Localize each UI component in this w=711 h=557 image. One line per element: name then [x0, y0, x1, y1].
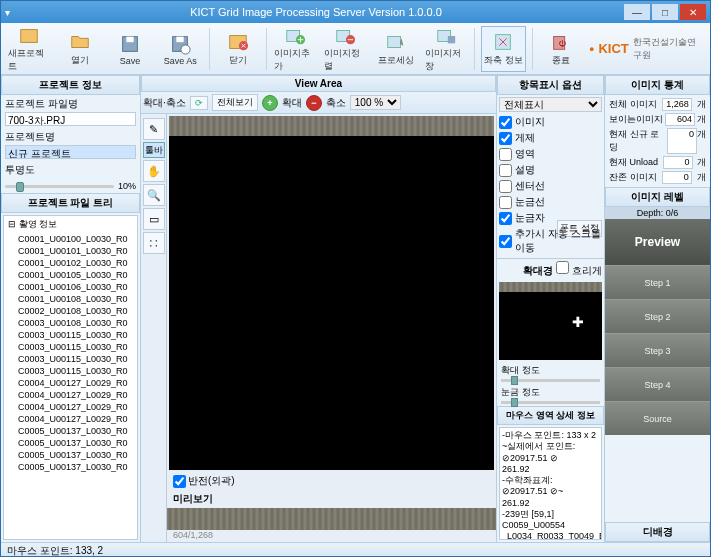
total-images-value: 1,268 — [662, 98, 692, 111]
save-button[interactable]: Save — [108, 26, 152, 72]
pen-tool[interactable]: ✎ — [143, 118, 165, 140]
tree-root[interactable]: ⊟ 촬영 정보 — [4, 216, 137, 233]
step-tile[interactable]: Step 1 — [605, 265, 710, 299]
zoom-in-button[interactable]: + — [262, 95, 278, 111]
svg-point-5 — [181, 44, 190, 53]
tree-item[interactable]: C0001_U00101_L0030_R0 — [4, 245, 137, 257]
tree-item[interactable]: C0003_U00115_L0030_R0 — [4, 353, 137, 365]
bracket-tool[interactable]: ⸬ — [143, 232, 165, 254]
zoom-out-button[interactable]: − — [306, 95, 322, 111]
processing-button[interactable]: 프로세싱 — [374, 26, 418, 72]
tree-item[interactable]: C0003_U00115_L0030_R0 — [4, 329, 137, 341]
project-name-label: 프로젝트명 — [5, 130, 136, 144]
tree-item[interactable]: C0001_U00105_L0030_R0 — [4, 269, 137, 281]
tree-item[interactable]: C0004_U00127_L0029_R0 — [4, 389, 137, 401]
fit-view-button[interactable]: 전체보기 — [212, 94, 258, 111]
main-viewport[interactable] — [169, 136, 494, 470]
crack-info-button[interactable]: 좌축 정보 — [481, 26, 525, 72]
chk-ruler[interactable] — [499, 212, 512, 225]
chk-region[interactable] — [499, 148, 512, 161]
image-stats-header: 이미지 통계 — [605, 75, 710, 95]
tree-item[interactable]: C0005_U00137_L0030_R0 — [4, 449, 137, 461]
minimize-button[interactable]: — — [624, 4, 650, 20]
hand-tool[interactable]: ✋ — [143, 160, 165, 182]
tree-item[interactable]: C0005_U00137_L0030_R0 — [4, 461, 137, 473]
project-info-header: 프로젝트 정보 — [1, 75, 140, 95]
step-tile[interactable]: Step 2 — [605, 299, 710, 333]
image-level-header: 이미지 레벨 — [605, 187, 710, 207]
crosshair-icon: ✚ — [572, 314, 584, 330]
newload-value: 0 — [667, 128, 697, 154]
ruler-tool[interactable]: ▭ — [143, 208, 165, 230]
svg-rect-4 — [177, 36, 184, 42]
display-options-header: 항목표시 옵션 — [497, 75, 604, 95]
chk-legend[interactable] — [499, 132, 512, 145]
opacity-label: 투명도 — [5, 163, 136, 177]
tree-item[interactable]: C0005_U00137_L0030_R0 — [4, 425, 137, 437]
sort-image-button[interactable]: 이미지정렬 — [323, 26, 367, 72]
invert-checkbox[interactable] — [173, 475, 186, 488]
tree-item[interactable]: C0002_U00108_L0030_R0 — [4, 305, 137, 317]
preview-label: 미리보기 — [167, 490, 496, 508]
new-project-button[interactable]: 새프로젝트 — [7, 26, 51, 72]
add-image-button[interactable]: 이미지추가 — [273, 26, 317, 72]
save-image-button[interactable]: 이미지저장 — [424, 26, 468, 72]
display-select[interactable]: 전체표시 — [499, 97, 602, 112]
logo-mark: KICT — [598, 41, 628, 56]
zoom-label: 확대·축소 — [143, 96, 186, 110]
tree-item[interactable]: C0004_U00127_L0029_R0 — [4, 401, 137, 413]
tree-item[interactable]: C0001_U00108_L0030_R0 — [4, 293, 137, 305]
tree-item[interactable]: C0005_U00137_L0030_R0 — [4, 437, 137, 449]
grid-slider[interactable] — [501, 401, 600, 404]
svg-rect-2 — [126, 36, 133, 42]
maximize-button[interactable]: □ — [652, 4, 678, 20]
project-tree[interactable]: ⊟ 촬영 정보 C0001_U00100_L0030_R0C0001_U0010… — [3, 215, 138, 540]
image-strip-top — [169, 116, 494, 136]
tree-item[interactable]: C0003_U00115_L0030_R0 — [4, 365, 137, 377]
tree-item[interactable]: C0001_U00106_L0030_R0 — [4, 281, 137, 293]
preview-meta: 604/1,268 — [167, 530, 496, 542]
svg-rect-0 — [21, 29, 38, 42]
opacity-value: 10% — [118, 181, 136, 191]
step-tile[interactable]: Step 3 — [605, 333, 710, 367]
zoom-reset-button[interactable]: ⟳ — [190, 96, 208, 110]
close-button[interactable]: ✕ — [680, 4, 706, 20]
chk-autoscroll[interactable] — [499, 235, 512, 248]
magnifier-label: 확대경 — [523, 265, 553, 276]
svg-rect-14 — [448, 36, 455, 43]
mouse-position: 마우스 포인트: 133, 2 — [7, 545, 103, 556]
save-as-button[interactable]: Save As — [158, 26, 202, 72]
preview-tile[interactable]: Preview — [605, 219, 710, 265]
close-project-button[interactable]: 닫기 — [215, 26, 259, 72]
step-tile[interactable]: Source — [605, 401, 710, 435]
project-tree-header: 프로젝트 파일 트리 — [1, 193, 140, 213]
toolbar-label[interactable]: 툴바 — [143, 142, 165, 158]
magnify-tool[interactable]: 🔍 — [143, 184, 165, 206]
logo-sub: 한국건설기술연구원 — [633, 36, 704, 62]
tree-item[interactable]: C0001_U00102_L0030_R0 — [4, 257, 137, 269]
project-name-value[interactable]: 신규 프로젝트 — [5, 145, 136, 159]
tree-item[interactable]: C0004_U00127_L0029_R0 — [4, 413, 137, 425]
tree-item[interactable]: C0003_U00108_L0030_R0 — [4, 317, 137, 329]
blur-checkbox[interactable] — [556, 261, 569, 274]
chk-grid[interactable] — [499, 196, 512, 209]
unload-value: 0 — [663, 156, 693, 169]
tree-item[interactable]: C0003_U00115_L0030_R0 — [4, 341, 137, 353]
zoom-select[interactable]: 100 % — [350, 95, 401, 110]
zoom-in-label: 확대 — [282, 96, 302, 110]
minimap[interactable]: ✚ — [499, 282, 602, 360]
project-file-value: 700-3차.PRJ — [5, 112, 136, 126]
opacity-slider[interactable] — [5, 185, 114, 188]
chk-desc[interactable] — [499, 164, 512, 177]
step-tile[interactable]: Step 4 — [605, 367, 710, 401]
exit-button[interactable]: ⏻종료 — [539, 26, 583, 72]
depth-label: Depth: 0/6 — [605, 207, 710, 219]
chk-center[interactable] — [499, 180, 512, 193]
open-button[interactable]: 열기 — [57, 26, 101, 72]
mag-slider[interactable] — [501, 379, 600, 382]
chk-image[interactable] — [499, 116, 512, 129]
preview-strip[interactable] — [167, 508, 496, 530]
zoom-out-label: 축소 — [326, 96, 346, 110]
tree-item[interactable]: C0001_U00100_L0030_R0 — [4, 233, 137, 245]
tree-item[interactable]: C0004_U00127_L0029_R0 — [4, 377, 137, 389]
